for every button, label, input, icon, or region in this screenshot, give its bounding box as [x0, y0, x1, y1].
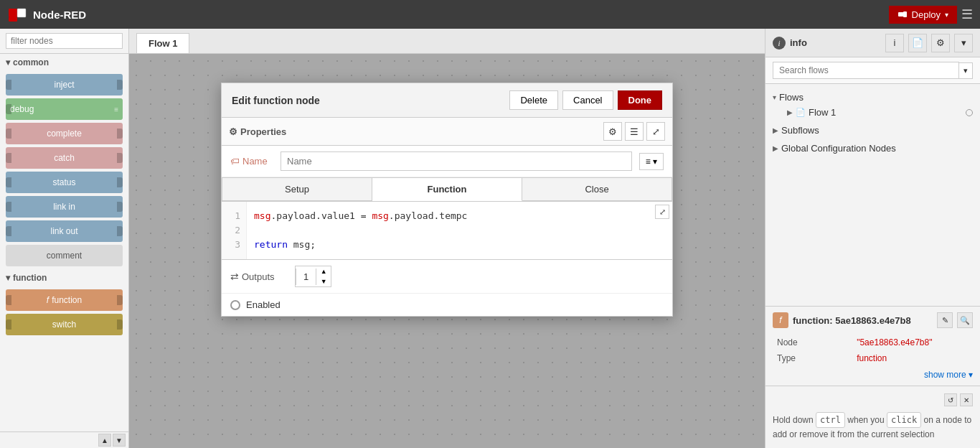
properties-label: ⚙ Properties: [229, 126, 286, 137]
show-more-link[interactable]: show more ▾: [773, 367, 973, 380]
common-section-header[interactable]: ▾ common: [0, 54, 128, 71]
editor-tab-row: Setup Function Close: [222, 177, 672, 202]
info-tab-button[interactable]: i: [885, 34, 904, 52]
node-info-table: Node "5ae18863.e4e7b8" Type function: [773, 334, 973, 367]
info-config-button[interactable]: ⚙: [931, 34, 950, 52]
info-label: info: [790, 37, 881, 48]
palette-node-comment[interactable]: comment: [6, 245, 123, 266]
topbar-left: Node-RED: [7, 3, 86, 27]
function-section-header[interactable]: ▾ function: [0, 269, 128, 286]
subflows-chevron-icon: ▶: [773, 126, 778, 134]
search-flows-input[interactable]: [773, 62, 959, 79]
flow1-item[interactable]: ▶ 📄 Flow 1: [765, 105, 980, 120]
flow1-chevron-icon: ▶: [787, 108, 793, 116]
enabled-row: Enabled: [222, 294, 672, 316]
global-config-section-header[interactable]: ▶ Global Configuration Nodes: [765, 141, 980, 156]
search-flows-chevron-icon[interactable]: ▾: [959, 62, 973, 79]
flows-section-header[interactable]: ▾ Flows: [765, 90, 980, 105]
global-config-chevron-icon: ▶: [773, 144, 778, 152]
subflows-section: ▶ Subflows: [765, 123, 980, 138]
port-left-icon: [6, 295, 11, 305]
node-info-header: f function: 5ae18863.e4e7b8 ✎ 🔍: [773, 312, 973, 328]
canvas-area: Flow 1 → {"value1":"16"} Edit function n…: [129, 29, 765, 448]
deploy-chevron-icon: ▾: [945, 11, 948, 19]
port-right-icon: [117, 129, 123, 139]
help-refresh-button[interactable]: ↺: [944, 393, 957, 406]
name-format-button[interactable]: ≡ ▾: [639, 153, 664, 170]
palette-node-status[interactable]: status: [6, 172, 123, 193]
info-chevron-button[interactable]: ▾: [954, 34, 973, 52]
node-id-value: "5ae18863.e4e7b8": [854, 335, 971, 350]
edit-function-modal: Edit function node Delete Cancel Done ⚙: [221, 83, 673, 317]
tab-function[interactable]: Function: [372, 177, 522, 201]
code-expand-button[interactable]: ⤢: [655, 205, 669, 219]
scroll-down-button[interactable]: ▼: [113, 434, 126, 447]
props-settings-button[interactable]: ⚙: [603, 122, 622, 141]
palette-node-link-out[interactable]: link out: [6, 220, 123, 242]
palette-scrollbar: ▲ ▼: [0, 431, 128, 448]
outputs-row: ⇄ Outputs 1 ▲ ▼: [222, 260, 672, 294]
palette-node-inject[interactable]: inject: [6, 74, 123, 95]
props-expand-button[interactable]: ⤢: [646, 122, 665, 141]
outputs-stepper-buttons: ▲ ▼: [316, 266, 331, 286]
gear-icon: ⚙: [229, 126, 237, 137]
node-type-label: Type: [774, 351, 852, 365]
modal-actions: Delete Cancel Done: [509, 90, 662, 110]
node-id-label: Node: [774, 335, 852, 350]
enabled-checkbox[interactable]: [230, 300, 240, 310]
function-nodes: f function switch: [0, 286, 128, 338]
outputs-increment-button[interactable]: ▲: [316, 266, 331, 276]
help-text: Hold down ctrl when you click on a node …: [773, 412, 973, 441]
menu-button[interactable]: ☰: [961, 6, 973, 22]
cancel-button[interactable]: Cancel: [562, 90, 613, 110]
props-icons: ⚙ ☰ ⤢: [603, 122, 665, 141]
done-button[interactable]: Done: [618, 90, 663, 110]
subflows-section-header[interactable]: ▶ Subflows: [765, 123, 980, 138]
port-right-icon: [117, 80, 123, 90]
scroll-up-button[interactable]: ▲: [98, 434, 111, 447]
flows-chevron-icon: ▾: [773, 93, 776, 101]
code-editor-wrapper: ⤢ 1 2 3 msg.payload.value1 = msg.payload…: [222, 202, 672, 260]
port-left-icon: [6, 226, 11, 236]
palette-node-function[interactable]: f function: [6, 289, 123, 311]
click-key: click: [887, 412, 921, 428]
port-left-icon: [6, 202, 11, 212]
palette-node-switch[interactable]: switch: [6, 314, 123, 335]
node-info-search-button[interactable]: 🔍: [957, 312, 973, 328]
svg-rect-4: [903, 11, 907, 17]
node-info-edit-button[interactable]: ✎: [937, 312, 953, 328]
palette-node-catch[interactable]: catch: [6, 147, 123, 169]
tab-close[interactable]: Close: [522, 177, 672, 201]
main-layout: ▾ common inject debug ≡ complete catch: [0, 29, 980, 448]
palette-node-complete[interactable]: complete: [6, 123, 123, 144]
properties-bar: ⚙ Properties ⚙ ☰ ⤢: [222, 118, 672, 146]
ctrl-key: ctrl: [816, 412, 845, 428]
help-close-button[interactable]: ✕: [960, 393, 973, 406]
props-list-button[interactable]: ☰: [625, 122, 644, 141]
info-book-button[interactable]: 📄: [908, 34, 927, 52]
canvas-body[interactable]: → {"value1":"16"} Edit function node Del…: [129, 54, 765, 448]
filter-nodes-input[interactable]: [6, 33, 123, 49]
code-editor[interactable]: msg.payload.value1 = msg.payload.tempc r…: [247, 202, 672, 259]
table-row: Type function: [774, 351, 971, 365]
flow1-dot-icon: [966, 109, 973, 116]
node-palette: ▾ common inject debug ≡ complete catch: [0, 29, 129, 448]
info-icon-badge: i: [773, 37, 786, 50]
palette-node-debug[interactable]: debug ≡: [6, 98, 123, 120]
table-row: Node "5ae18863.e4e7b8": [774, 335, 971, 350]
port-right-icon: [117, 295, 123, 305]
tab-setup[interactable]: Setup: [222, 177, 372, 201]
deploy-button[interactable]: Deploy ▾: [889, 6, 957, 24]
port-left-icon: [6, 80, 11, 90]
port-left-icon: [6, 153, 11, 163]
canvas-tab-flow1[interactable]: Flow 1: [136, 33, 189, 53]
canvas-tab-bar: Flow 1: [129, 29, 765, 54]
name-input[interactable]: [281, 151, 632, 171]
debug-menu-icon: ≡: [114, 106, 118, 113]
outputs-label: ⇄ Outputs: [230, 271, 288, 282]
palette-node-link-in[interactable]: link in: [6, 196, 123, 218]
delete-button[interactable]: Delete: [509, 90, 558, 110]
port-right-icon: [117, 153, 123, 163]
outputs-decrement-button[interactable]: ▼: [316, 276, 331, 286]
app-title: Node-RED: [33, 9, 86, 21]
